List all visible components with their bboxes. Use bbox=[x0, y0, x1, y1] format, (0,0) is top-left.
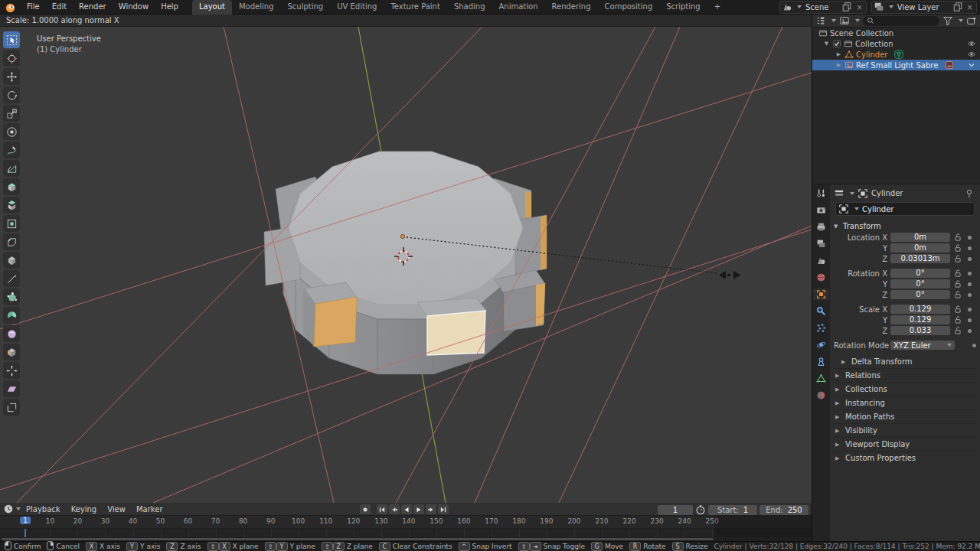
tool-button[interactable] bbox=[3, 252, 20, 269]
outliner-mode-icon[interactable] bbox=[815, 15, 826, 26]
properties-tab[interactable] bbox=[813, 356, 829, 367]
tool-button[interactable] bbox=[3, 50, 20, 67]
tool-button[interactable] bbox=[3, 86, 20, 103]
lock-open-icon[interactable] bbox=[953, 279, 962, 289]
animate-dot[interactable] bbox=[968, 329, 972, 333]
collapsed-panel-header[interactable]: ▶ Relations bbox=[834, 368, 976, 382]
workspace-tab[interactable]: Layout bbox=[192, 0, 232, 15]
viewport-3d[interactable]: User Perspective (1) Cylinder bbox=[0, 27, 812, 503]
properties-tab[interactable] bbox=[813, 322, 829, 334]
next-keyframe-button[interactable] bbox=[426, 504, 436, 514]
copy-icon[interactable] bbox=[952, 2, 963, 12]
tool-button[interactable] bbox=[3, 399, 20, 416]
prev-keyframe-button[interactable] bbox=[389, 504, 400, 514]
collapsed-panel-header[interactable]: ▶ Collections bbox=[834, 382, 976, 396]
animate-dot[interactable] bbox=[968, 246, 972, 250]
funnel-icon[interactable] bbox=[942, 15, 953, 26]
view-layer-selector[interactable]: View Layer × bbox=[871, 1, 977, 14]
properties-tab[interactable] bbox=[813, 272, 829, 283]
copy-icon[interactable] bbox=[841, 2, 852, 12]
animate-dot[interactable] bbox=[968, 272, 972, 276]
value-field[interactable]: 0m bbox=[890, 233, 950, 242]
tool-button[interactable] bbox=[3, 197, 20, 214]
collapsed-panel-header[interactable]: ▶ Instancing bbox=[834, 396, 976, 409]
workspace-tab[interactable]: + bbox=[707, 0, 727, 15]
disclosure-triangle[interactable]: ▶ bbox=[835, 51, 842, 57]
stopwatch-icon[interactable] bbox=[695, 504, 706, 515]
current-frame-field[interactable]: 1 bbox=[658, 505, 693, 515]
workspace-tab[interactable]: UV Editing bbox=[330, 0, 384, 15]
disclosure-triangle[interactable]: ▼ bbox=[823, 41, 830, 47]
properties-tab[interactable] bbox=[813, 390, 829, 401]
value-field[interactable]: 0.129 bbox=[890, 315, 950, 324]
animate-dot[interactable] bbox=[968, 318, 972, 322]
collapsed-panel-header[interactable]: ▶ Custom Properties bbox=[834, 451, 976, 465]
menu-item[interactable]: Help bbox=[155, 2, 185, 11]
timeline-menu[interactable]: Keying bbox=[66, 505, 103, 514]
value-field[interactable]: 0.129 bbox=[890, 305, 950, 314]
outliner-row-collection[interactable]: ▼ Collection bbox=[812, 38, 980, 49]
search-input[interactable] bbox=[863, 16, 939, 26]
lock-open-icon[interactable] bbox=[953, 326, 962, 335]
properties-tab[interactable] bbox=[813, 373, 829, 384]
properties-tab[interactable] bbox=[813, 221, 829, 233]
workspace-tab[interactable]: Modeling bbox=[232, 0, 281, 15]
lock-open-icon[interactable] bbox=[953, 305, 962, 314]
workspace-tab[interactable]: Shading bbox=[447, 0, 492, 15]
tool-button[interactable] bbox=[3, 289, 20, 305]
value-field[interactable]: 0.03013m bbox=[890, 254, 950, 263]
properties-tab[interactable] bbox=[813, 204, 829, 216]
workspace-tab[interactable]: Compositing bbox=[598, 0, 660, 15]
menu-item[interactable]: Render bbox=[73, 2, 113, 11]
collapsed-panel-header[interactable]: ▶ Visibility bbox=[834, 423, 976, 437]
jump-to-start-button[interactable] bbox=[377, 504, 387, 514]
jump-to-end-button[interactable] bbox=[438, 504, 449, 514]
tool-button[interactable] bbox=[3, 215, 20, 232]
value-field[interactable]: 0.033 bbox=[890, 326, 950, 335]
lock-open-icon[interactable] bbox=[953, 243, 962, 253]
unlink-view-layer-button[interactable]: × bbox=[965, 3, 975, 11]
workspace-tab[interactable]: Scripting bbox=[659, 0, 707, 15]
eye-icon[interactable] bbox=[967, 50, 976, 59]
record-button[interactable] bbox=[360, 504, 371, 514]
lock-open-icon[interactable] bbox=[953, 269, 962, 278]
properties-tab[interactable] bbox=[813, 305, 829, 317]
menu-item[interactable]: Edit bbox=[46, 2, 73, 11]
timeline-menu[interactable]: Playback bbox=[21, 505, 66, 514]
animate-dot[interactable] bbox=[968, 236, 972, 240]
tool-button[interactable] bbox=[3, 68, 20, 85]
outliner-row-scene-collection[interactable]: Scene Collection bbox=[812, 28, 980, 38]
unlink-scene-button[interactable]: × bbox=[854, 3, 864, 11]
value-field[interactable]: 0° bbox=[890, 290, 950, 299]
tool-button[interactable] bbox=[3, 325, 20, 342]
lock-open-icon[interactable] bbox=[953, 315, 962, 324]
properties-tab[interactable] bbox=[813, 187, 829, 199]
properties-editor-small-icon[interactable] bbox=[834, 188, 844, 199]
timeline-tracks[interactable] bbox=[0, 529, 812, 537]
workspace-tab[interactable]: Texture Paint bbox=[384, 0, 447, 15]
playhead[interactable] bbox=[24, 529, 26, 537]
transform-panel-header[interactable]: ▼ Transform bbox=[834, 220, 976, 232]
lock-open-icon[interactable] bbox=[953, 233, 962, 242]
value-field[interactable]: 0° bbox=[890, 279, 950, 289]
new-collection-icon[interactable] bbox=[966, 15, 977, 26]
properties-tab[interactable] bbox=[813, 339, 829, 350]
collapsed-panel-header[interactable]: ▶ Motion Paths bbox=[834, 409, 976, 423]
tool-button[interactable] bbox=[3, 380, 20, 397]
value-field[interactable]: 0° bbox=[890, 269, 950, 278]
animate-dot[interactable] bbox=[968, 257, 972, 261]
animate-dot[interactable] bbox=[968, 293, 972, 297]
animate-dot[interactable] bbox=[972, 344, 976, 347]
properties-tab[interactable] bbox=[813, 238, 829, 249]
tool-button[interactable] bbox=[3, 105, 20, 122]
menu-item[interactable]: File bbox=[21, 2, 46, 11]
collapsed-panel-header[interactable]: ▶ Viewport Display bbox=[834, 437, 976, 451]
rotation-mode-dropdown[interactable]: XYZ Euler bbox=[890, 341, 955, 350]
tool-button[interactable] bbox=[3, 307, 20, 324]
tool-button[interactable] bbox=[3, 270, 20, 287]
animate-dot[interactable] bbox=[968, 308, 972, 311]
lock-open-icon[interactable] bbox=[953, 290, 962, 299]
scene-selector[interactable]: Scene × bbox=[779, 1, 867, 14]
filter-image-icon[interactable] bbox=[839, 15, 850, 26]
chevron-down-icon[interactable] bbox=[967, 60, 976, 70]
